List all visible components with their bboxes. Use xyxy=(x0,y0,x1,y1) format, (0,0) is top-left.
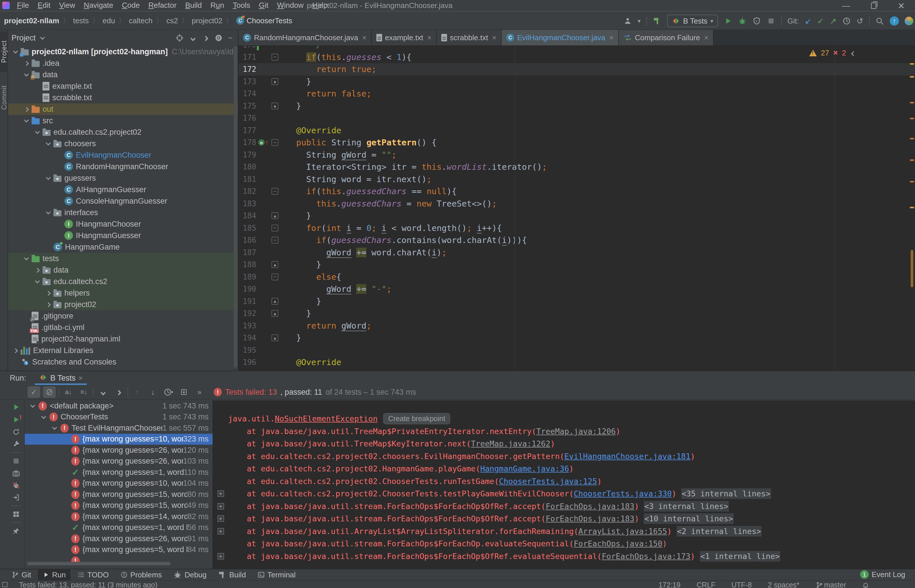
sidebar-item-commit[interactable]: Commit xyxy=(0,79,8,116)
test-row[interactable]: !{max wrong guesses=10, word323 ms xyxy=(25,434,213,445)
tree-item[interactable]: choosers xyxy=(8,138,238,149)
menu-edit[interactable]: Edit xyxy=(33,0,55,11)
editor-line[interactable]: 193 return gWord; xyxy=(238,320,915,332)
menu-file[interactable]: File xyxy=(13,0,33,11)
stripe-mark[interactable] xyxy=(910,102,914,103)
more-icon[interactable]: » xyxy=(193,386,206,398)
git-commit-icon[interactable]: ✓ xyxy=(817,16,824,26)
chevron-down-icon[interactable] xyxy=(39,34,46,42)
editor-line[interactable]: 189− else{ xyxy=(238,271,915,283)
chevron-down-icon[interactable] xyxy=(40,414,47,421)
fold-collapse-icon[interactable]: − xyxy=(272,237,278,244)
tree-item[interactable]: External Libraries xyxy=(8,345,238,356)
chevron-right-icon[interactable] xyxy=(33,266,41,274)
close-icon[interactable]: × xyxy=(704,33,708,42)
chevron-right-icon[interactable] xyxy=(23,60,30,67)
coverage-icon[interactable] xyxy=(752,17,761,25)
fold-expand-icon[interactable]: + xyxy=(217,490,224,497)
mute-bug-icon[interactable] xyxy=(12,481,20,489)
breadcrumb-item[interactable]: tests xyxy=(73,16,89,25)
fold-collapse-icon[interactable]: − xyxy=(272,188,278,195)
editor-line[interactable]: 176 xyxy=(238,112,915,124)
sort-by-duration-icon[interactable]: ≡↓ xyxy=(78,386,90,398)
editor-tab[interactable]: example.txt× xyxy=(372,30,436,45)
test-console[interactable]: java.util.NoSuchElementExceptionCreate b… xyxy=(213,401,915,569)
hide-panel-icon[interactable]: − xyxy=(228,33,233,42)
console-line[interactable]: at java.base/java.util.TreeMap$KeyIterat… xyxy=(213,438,915,450)
collapse-all-icon[interactable] xyxy=(112,386,124,398)
toolwindow-button-terminal[interactable]: Terminal xyxy=(253,569,300,580)
maximize-button[interactable] xyxy=(860,0,888,11)
toolwindow-button-git[interactable]: Git xyxy=(7,569,36,580)
stop-icon[interactable] xyxy=(12,457,20,465)
minimize-button[interactable]: — xyxy=(832,0,860,11)
console-line[interactable]: + at edu.caltech.cs2.project02.ChooserTe… xyxy=(213,488,915,500)
stripe-mark[interactable] xyxy=(910,207,914,208)
menu-code[interactable]: Code xyxy=(118,0,144,11)
thread-dump-icon[interactable] xyxy=(12,469,20,477)
console-line[interactable]: at java.base/java.util.TreeMap$PrivateEn… xyxy=(213,425,915,438)
close-icon[interactable]: × xyxy=(427,33,432,42)
chevron-down-icon[interactable] xyxy=(50,424,58,432)
test-row[interactable]: !{max wrong guesses=26, word120 ms xyxy=(25,445,213,456)
settings-gear-icon[interactable] xyxy=(214,34,223,42)
fold-expand-icon[interactable]: + xyxy=(217,553,224,560)
console-line[interactable]: + at java.base/java.util.stream.ForEachO… xyxy=(213,512,915,525)
console-line[interactable]: + at java.base/java.util.stream.ForEachO… xyxy=(213,550,915,563)
toolwindow-button-todo[interactable]: TODO xyxy=(73,569,113,580)
close-icon[interactable]: × xyxy=(492,33,496,42)
tree-item[interactable]: scrabble.txt xyxy=(8,92,238,103)
breadcrumb-item[interactable]: caltech xyxy=(129,16,152,25)
close-icon[interactable]: × xyxy=(78,374,83,382)
console-line[interactable]: java.util.NoSuchElementExceptionCreate b… xyxy=(213,412,915,425)
fold-end-icon[interactable]: ▴ xyxy=(272,103,278,110)
tree-item[interactable]: src xyxy=(8,115,238,126)
create-breakpoint-button[interactable]: Create breakpoint xyxy=(383,413,450,424)
stripe-toggle-icon[interactable] xyxy=(2,582,8,587)
error-stripe[interactable] xyxy=(909,46,915,370)
locate-file-icon[interactable] xyxy=(175,34,184,42)
test-tree-hscrollbar[interactable] xyxy=(27,562,171,565)
tree-item[interactable]: CAIHangmanGuesser xyxy=(8,184,238,195)
chevron-right-icon[interactable] xyxy=(44,289,52,297)
auto-test-icon[interactable] xyxy=(12,428,20,436)
run-icon[interactable] xyxy=(724,17,732,25)
fold-end-icon[interactable]: ▴ xyxy=(272,310,278,317)
run-config-selector[interactable]: B Tests▾ xyxy=(667,15,718,27)
editor-line[interactable]: 191▴ } xyxy=(238,295,915,308)
status-segment[interactable]: master xyxy=(816,581,846,588)
previous-failed-icon[interactable]: ↑ xyxy=(131,386,144,398)
stripe-mark[interactable] xyxy=(910,160,914,161)
tree-item[interactable]: example.txt xyxy=(8,81,238,92)
editor-tab[interactable]: Comparison Failure× xyxy=(619,30,714,45)
chevron-down-icon[interactable] xyxy=(44,209,52,216)
status-segment[interactable]: 172:19 xyxy=(658,581,680,588)
editor-line[interactable]: 196 @Override xyxy=(238,356,915,368)
toolwindow-button-run[interactable]: Run xyxy=(38,569,70,580)
chevron-down-icon[interactable] xyxy=(29,402,36,410)
breadcrumb-item[interactable]: cs2 xyxy=(167,16,178,25)
implements-arrow-icon[interactable]: ↑ xyxy=(265,139,268,147)
tree-item[interactable]: edu.caltech.cs2 xyxy=(8,276,238,287)
editor-line[interactable]: 186− if(guessedChars.contains(word.charA… xyxy=(238,234,915,246)
stripe-mark[interactable] xyxy=(910,63,914,65)
run-tab-b-tests[interactable]: B Tests × xyxy=(35,371,87,385)
tree-item[interactable]: CEvilHangmanChooser xyxy=(8,149,238,161)
close-icon[interactable]: × xyxy=(362,33,367,42)
fold-end-icon[interactable]: ▴ xyxy=(272,334,278,341)
fold-collapse-icon[interactable]: − xyxy=(272,273,278,280)
show-ignored-icon[interactable] xyxy=(43,386,56,398)
bell-icon[interactable] xyxy=(862,581,869,588)
editor-line[interactable]: 195 xyxy=(238,344,915,357)
test-row[interactable]: !<default package>1 sec 743 ms xyxy=(25,401,213,412)
stripe-mark[interactable] xyxy=(910,138,914,139)
editor-tab[interactable]: scrabble.txt× xyxy=(436,30,501,45)
tree-item[interactable]: .idea xyxy=(8,57,238,69)
chevron-down-icon[interactable]: ▾ xyxy=(638,18,641,24)
test-row[interactable]: !{max wrong guesses=14, word le82 ms xyxy=(25,511,213,522)
close-button[interactable]: × xyxy=(888,0,915,11)
status-segment[interactable]: CRLF xyxy=(697,581,715,588)
project-tree-vscrollbar[interactable] xyxy=(234,46,237,368)
editor-line[interactable]: 184▴ } xyxy=(238,210,915,222)
sidebar-item-project[interactable]: Project xyxy=(0,32,8,72)
